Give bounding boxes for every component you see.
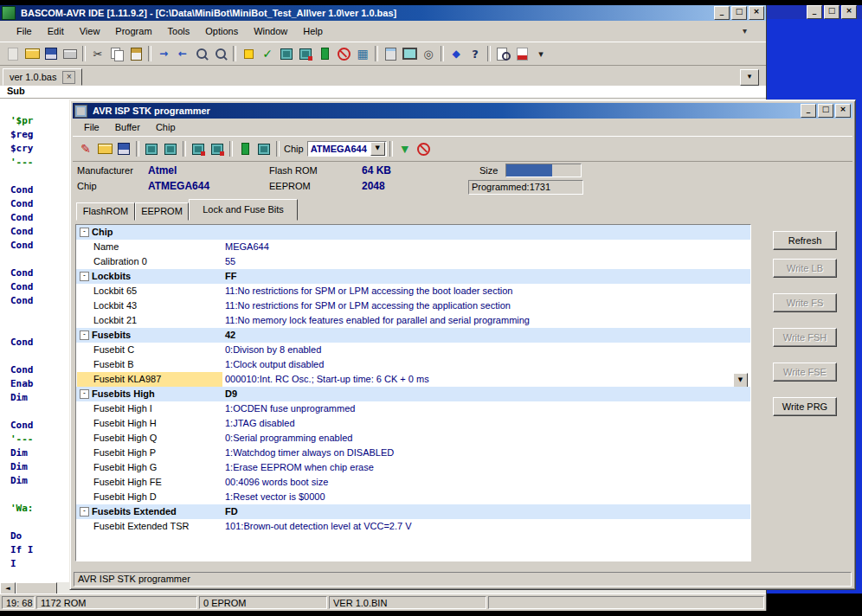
paste-icon[interactable] [126, 45, 145, 62]
grid-row-7[interactable]: -Fusebits42 [76, 328, 750, 343]
collapse-icon[interactable]: - [80, 507, 89, 517]
print-icon[interactable] [61, 45, 80, 62]
cancel-icon[interactable] [415, 140, 434, 157]
tab-eeprom[interactable]: EEPROM [135, 202, 189, 221]
verify-chip-icon[interactable] [189, 140, 208, 157]
find-next-icon[interactable] [211, 45, 230, 62]
save-file-icon[interactable] [42, 45, 61, 62]
grid-row-2[interactable]: Calibration 055 [76, 254, 750, 269]
chip-identify-icon[interactable] [254, 140, 273, 157]
menu-overflow-icon[interactable]: ▾ [743, 26, 747, 35]
open-file-icon[interactable] [95, 140, 114, 157]
tab-close-icon[interactable]: × [62, 71, 75, 84]
terminal-emulator-icon[interactable] [400, 45, 419, 62]
write-prg-button[interactable]: Write PRG [773, 397, 837, 416]
grid-row-4[interactable]: Lockbit 6511:No restrictions for SPM or … [76, 284, 750, 298]
background-close-button[interactable]: × [841, 5, 857, 19]
grid-row-13[interactable]: Fusebit High H1:JTAG disabled [76, 416, 750, 431]
tab-list-button[interactable]: ▾ [740, 69, 759, 86]
menu-view[interactable]: View [72, 24, 108, 38]
stop-icon[interactable] [334, 45, 353, 62]
options-icon[interactable] [447, 45, 466, 62]
fuse-grid[interactable]: -ChipNameMEGA644Calibration 055-Lockbits… [75, 224, 751, 561]
find-icon[interactable] [192, 45, 211, 62]
grid-row-8[interactable]: Fusebit C0:Divison by 8 enabled [76, 343, 750, 357]
background-minimize-button[interactable]: _ [807, 5, 822, 19]
auto-program-icon[interactable] [235, 140, 254, 157]
copy-icon[interactable] [107, 45, 126, 62]
pdf-report-icon[interactable] [512, 45, 531, 62]
sub-selector[interactable]: Sub [0, 86, 766, 99]
tab-ver-1-0-bas[interactable]: ver 1.0.bas × [3, 68, 82, 86]
grid-row-11[interactable]: -Fusebits HighD9 [76, 387, 750, 401]
write-chip-icon[interactable] [142, 140, 161, 157]
menu-program[interactable]: Program [107, 24, 159, 38]
menu-window[interactable]: Window [246, 24, 295, 38]
programmer-minimize-button[interactable]: _ [801, 104, 816, 118]
grid-row-15[interactable]: Fusebit High P1:Watchdog timer always on… [76, 446, 750, 460]
main-maximize-button[interactable]: □ [731, 6, 747, 20]
grid-row-14[interactable]: Fusebit High Q0:Serial programming enabl… [76, 431, 750, 446]
prog-menu-chip[interactable]: Chip [148, 120, 183, 134]
grid-row-20[interactable]: Fusebit Extended TSR101:Brown-out detect… [76, 519, 750, 534]
grid-row-5[interactable]: Lockbit 4311:No restrictions for SPM or … [76, 298, 750, 313]
collapse-icon[interactable]: - [80, 330, 89, 340]
tab-flashrom[interactable]: FlashROM [76, 202, 135, 221]
indent-icon[interactable] [154, 45, 173, 62]
library-manager-icon[interactable] [419, 45, 438, 62]
chip-select[interactable]: ATMEGA644 ▼ [307, 141, 387, 157]
programmer-close-button[interactable]: × [835, 104, 851, 118]
unindent-icon[interactable] [173, 45, 192, 62]
autoprogram-run-icon[interactable] [396, 140, 415, 157]
collapse-icon[interactable]: - [80, 389, 89, 399]
menu-tools[interactable]: Tools [160, 24, 198, 38]
background-maximize-button[interactable]: □ [824, 5, 839, 19]
new-file-icon[interactable] [3, 45, 23, 62]
show-result-icon[interactable] [277, 45, 296, 62]
prog-menu-file[interactable]: File [76, 120, 107, 134]
grid-row-1[interactable]: NameMEGA644 [76, 240, 750, 254]
grid-row-16[interactable]: Fusebit High G1:Erase EEPROM when chip e… [76, 460, 750, 475]
programmer-maximize-button[interactable]: □ [818, 104, 833, 118]
main-close-button[interactable]: × [749, 6, 764, 20]
grid-row-0[interactable]: -Chip [76, 225, 750, 240]
read-chip-icon[interactable] [161, 140, 180, 157]
refresh-button[interactable]: Refresh [773, 231, 837, 250]
grid-row-3[interactable]: -LockbitsFF [76, 269, 750, 284]
menu-file[interactable]: File [9, 24, 40, 38]
row-dropdown-button[interactable]: ▼ [733, 373, 748, 388]
find-in-files-icon[interactable] [493, 45, 512, 62]
chip-select-arrow-icon[interactable]: ▼ [370, 142, 385, 156]
menu-options[interactable]: Options [197, 24, 246, 38]
erase-buffer-icon[interactable] [76, 140, 95, 157]
grid-row-17[interactable]: Fusebit High FE00:4096 words boot size [76, 475, 750, 490]
main-minimize-button[interactable]: _ [714, 6, 730, 20]
simulate-icon[interactable] [353, 45, 372, 62]
grid-row-19[interactable]: -Fusebits ExtendedFD [76, 504, 750, 519]
run-icon[interactable] [315, 45, 334, 62]
menu-help[interactable]: Help [295, 24, 331, 38]
grid-row-6[interactable]: Lockbit 2111:No memory lock features ena… [76, 313, 750, 328]
compile-icon[interactable] [258, 45, 277, 62]
syntax-check-icon[interactable] [239, 45, 258, 62]
menu-edit[interactable]: Edit [40, 24, 72, 38]
prog-menu-buffer[interactable]: Buffer [107, 120, 148, 134]
programmer-titlebar[interactable]: AVR ISP STK programmer _ □ × [73, 103, 852, 119]
toolbar-more-icon[interactable] [531, 45, 550, 62]
program-chip-icon[interactable] [296, 45, 315, 62]
grid-row-12[interactable]: Fusebit High I1:OCDEN fuse unprogrammed [76, 401, 750, 416]
grid-row-9[interactable]: Fusebit B1:Clock output disabled [76, 357, 750, 372]
open-file-icon[interactable] [23, 45, 42, 62]
cut-icon[interactable] [88, 45, 107, 62]
grid-row-18[interactable]: Fusebit High D1:Reset vector is $0000 [76, 490, 750, 504]
help-icon[interactable] [466, 45, 485, 62]
blank-check-icon[interactable] [208, 140, 227, 157]
prog-menu-bar: FileBufferChip [73, 119, 852, 136]
grid-row-10[interactable]: Fusebit KLA987000010:Int. RC Osc.; Start… [76, 372, 750, 387]
save-file-icon[interactable] [114, 140, 133, 157]
collapse-icon[interactable]: - [80, 272, 89, 281]
collapse-icon[interactable]: - [80, 228, 89, 237]
tab-lock-and-fuse-bits[interactable]: Lock and Fuse Bits [189, 199, 298, 221]
lcd-designer-icon[interactable] [381, 45, 400, 62]
main-titlebar[interactable]: BASCOM-AVR IDE [1.11.9.2] - [C:\Data\Min… [0, 5, 766, 21]
